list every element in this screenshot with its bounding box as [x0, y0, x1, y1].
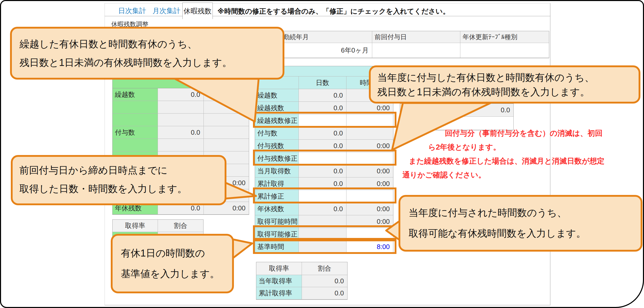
- col-last-grant-date: 前回付与日: [372, 31, 460, 43]
- callout-text-line: 取得した日数・時間数を入力します。: [19, 179, 218, 198]
- row-label: 繰越数: [113, 88, 158, 101]
- days-value: 0.0: [299, 127, 346, 140]
- days-value: 0.0: [299, 203, 346, 215]
- tabstrip-divider: [105, 16, 550, 16]
- row-label: 付与数: [113, 126, 158, 139]
- current-year-rate-label: 当年取得率: [256, 275, 302, 287]
- highlight-base-time: [253, 238, 396, 254]
- row-label: [113, 101, 158, 114]
- hours-value: 0:00: [346, 165, 393, 177]
- days-value: 0.0: [299, 89, 346, 102]
- callout-text-line: 残日数と1日未満の有休残時間数を入力します。: [20, 53, 275, 72]
- cumulative-rate-label: 累計取得率: [256, 287, 302, 300]
- rate-header: 取得率: [256, 262, 302, 275]
- row-label: 付与数: [255, 127, 299, 140]
- current-year-rate-value: 0.0: [302, 275, 347, 287]
- row-label: 積立: [400, 104, 431, 117]
- hours-value: [204, 88, 249, 101]
- screenshot-frame: 日次集計 月次集計 休暇残数 ※時間数の修正をする場合のみ、「修正」にチェックを…: [0, 0, 644, 308]
- days-value: [158, 101, 204, 114]
- hours-value: 0:00: [346, 203, 393, 215]
- hours-value: [204, 139, 249, 151]
- highlight-total-correction: [253, 187, 396, 203]
- warning-line: ら2年後となります。: [428, 140, 604, 154]
- ratio-header: 割合: [302, 262, 347, 275]
- tab-monthly-summary[interactable]: 月次集計: [152, 6, 180, 15]
- cumulative-rate-value: 0.0: [302, 287, 347, 300]
- expiry-warning-note: 回付与分（事前付与分を含む）の消滅は、初回 ら2年後となります。 また繰越残数を…: [402, 126, 604, 182]
- ratio-header: 割合: [158, 220, 203, 232]
- callout-text-line: 有休1日の時間数の: [121, 243, 224, 263]
- hours-value: [204, 101, 249, 114]
- callout-text-line: 残日数と1日未満の有休残時間数を入力します。: [377, 85, 632, 99]
- col-renewal-table-type: 年休更新ﾃｰﾌﾞﾙ種別: [460, 31, 549, 43]
- callout-taken: 前回付与日から締め日時点までに 取得した日数・時間数を入力します。: [11, 155, 226, 205]
- callout-text-line: 当年度に付与された時間数のうち、: [409, 202, 632, 223]
- callout-text-line: 前回付与日から締め日時点までに: [19, 161, 218, 179]
- service-years-value: 6年0ヶ月: [281, 43, 372, 58]
- highlight-grant-correction: [253, 150, 396, 166]
- days-value: 0.0: [158, 126, 204, 139]
- callout-granted: 当年度に付与した有休日数と時間数有休のうち、 残日数と1日未満の有休残時間数を入…: [369, 65, 640, 104]
- accumulated-value: 0.0: [431, 104, 513, 117]
- callout-available: 当年度に付与された時間数のうち、 取得可能な有休残時間数を入力します。: [399, 195, 642, 252]
- row-label: 繰越数: [255, 89, 299, 102]
- tab-leave-balance-active[interactable]: 休暇残数: [182, 3, 213, 19]
- warning-line: 通りかご確認ください。: [402, 168, 604, 182]
- days-value: [158, 114, 204, 126]
- days-value: 0.0: [158, 88, 204, 101]
- days-value: 0.0: [299, 165, 346, 177]
- callout-base-time: 有休1日の時間数の 基準値を入力します。: [111, 234, 234, 293]
- warning-line: また繰越残数を修正した場合は、消滅月と消滅日数が想定: [409, 154, 604, 168]
- days-value: [158, 139, 204, 151]
- callout-text-line: 繰越した有休日数と時間数有休のうち、: [20, 35, 275, 53]
- correction-note: ※時間数の修正をする場合のみ、「修正」にチェックを入れてください。: [217, 7, 450, 16]
- col-service-years: 勤続年月: [281, 31, 372, 43]
- callout-text-line: 基準値を入力します。: [121, 263, 224, 284]
- warning-line: 回付与分（事前付与分を含む）の消滅は、初回: [445, 126, 604, 140]
- highlight-carryover-correction: [253, 112, 396, 128]
- rate-header: 取得率: [113, 220, 158, 232]
- hours-value: [204, 126, 249, 139]
- last-grant-date-value: [372, 43, 460, 58]
- hours-value: [204, 114, 249, 126]
- days-column-header: 日数: [299, 76, 346, 89]
- renewal-table-type-value: [460, 43, 549, 58]
- rate-table-center: 取得率 割合 当年取得率0.0 累計取得率0.0: [256, 262, 348, 300]
- callout-text-line: 取得可能な有休残時間数を入力します。: [409, 223, 632, 244]
- row-label: 年休残数: [255, 203, 299, 215]
- callout-text-line: 当年度に付与した有休日数と時間数有休のうち、: [377, 70, 632, 85]
- tab-daily-summary[interactable]: 日次集計: [118, 6, 146, 15]
- row-label: [113, 139, 158, 151]
- hours-value: [346, 127, 393, 140]
- row-label: 当月取得数: [255, 165, 299, 177]
- row-label: [113, 114, 158, 126]
- callout-carryover: 繰越した有休日数と時間数有休のうち、 残日数と1日未満の有休残時間数を入力します…: [10, 27, 284, 80]
